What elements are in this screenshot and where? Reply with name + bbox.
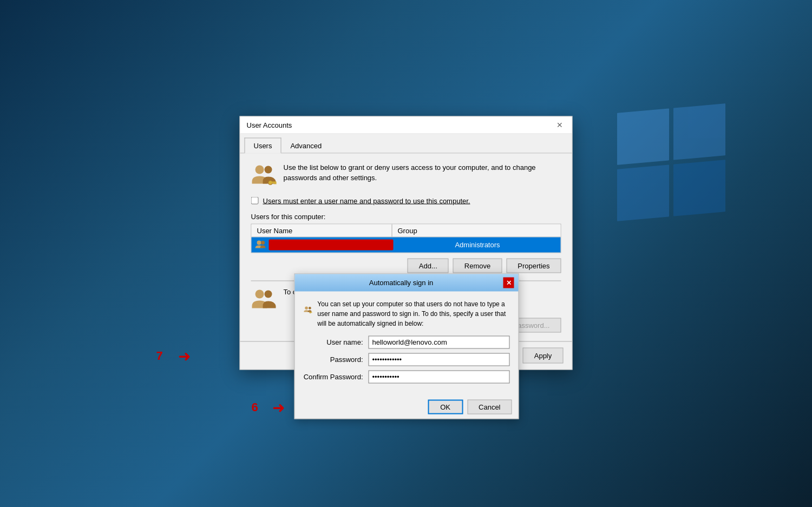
username-input[interactable] (369, 335, 510, 348)
users-section-title: Users for this computer: (251, 212, 561, 220)
user-row-icon (255, 239, 266, 250)
svg-point-11 (309, 306, 311, 309)
header-username: User Name (252, 224, 392, 236)
sub-ok-button[interactable]: OK (428, 399, 463, 414)
sub-dialog-titlebar: Automatically sign in ✕ (295, 274, 519, 291)
sub-cancel-button[interactable]: Cancel (467, 399, 512, 414)
svg-point-1 (265, 166, 272, 173)
sub-intro: You can set up your computer so that use… (304, 299, 510, 328)
checkbox-label[interactable]: Users must enter a user name and passwor… (263, 196, 470, 205)
arrow-6: ➜ (272, 398, 285, 416)
users-icon (251, 162, 277, 188)
confirm-password-input[interactable] (369, 370, 510, 383)
password-label: Password: (304, 355, 369, 364)
password-icon (251, 286, 277, 312)
dialog-overlay: User Accounts ✕ Users Advanced (240, 116, 573, 370)
sub-dialog-content: You can set up your computer so that use… (295, 291, 519, 395)
svg-rect-15 (311, 312, 312, 313)
table-buttons: Add... Remove Properties (251, 258, 561, 273)
remove-button[interactable]: Remove (453, 258, 502, 273)
svg-rect-5 (274, 182, 275, 184)
svg-point-0 (256, 165, 264, 174)
table-header: User Name Group (252, 224, 561, 237)
win-pane-3 (617, 164, 669, 221)
username-row: User name: (304, 335, 510, 348)
svg-point-2 (269, 180, 273, 185)
dialog-close-button[interactable]: ✕ (547, 117, 572, 133)
sub-dialog-title: Automatically sign in (299, 279, 503, 287)
password-row: Password: (304, 353, 510, 366)
svg-point-8 (256, 289, 264, 298)
tab-users[interactable]: Users (245, 137, 281, 153)
username-redacted (269, 239, 394, 250)
win-pane-4 (673, 160, 725, 216)
dialog-titlebar: User Accounts ✕ (240, 116, 572, 134)
table-row[interactable]: Administrators (252, 237, 561, 252)
user-accounts-dialog: User Accounts ✕ Users Advanced (240, 116, 573, 370)
tabs-container: Users Advanced (240, 134, 572, 153)
add-button[interactable]: Add... (408, 258, 449, 273)
arrow-7: ➜ (178, 347, 191, 365)
users-table: User Name Group Administrators (251, 223, 561, 253)
desktop: User Accounts ✕ Users Advanced (0, 0, 812, 507)
password-input[interactable] (369, 353, 510, 366)
intro-section: Use the list below to grant or deny user… (251, 162, 561, 188)
sub-intro-text: You can set up your computer so that use… (317, 299, 509, 328)
confirm-password-row: Confirm Password: (304, 370, 510, 383)
svg-point-6 (257, 240, 261, 245)
properties-button[interactable]: Properties (506, 258, 561, 273)
dialog-title: User Accounts (247, 121, 292, 129)
header-group: Group (392, 224, 561, 236)
username-label: User name: (304, 338, 369, 346)
svg-point-10 (305, 306, 308, 310)
checkbox-row: Users must enter a user name and passwor… (251, 196, 561, 205)
win-pane-2 (673, 103, 725, 160)
sub-dialog-icon (304, 299, 312, 320)
win-logo-decoration (617, 103, 725, 221)
step-6-label: 6 (252, 400, 258, 414)
confirm-password-label: Confirm Password: (304, 373, 369, 381)
svg-rect-4 (276, 182, 277, 184)
svg-point-9 (265, 290, 272, 298)
sub-dialog-footer: 6 ➜ OK Cancel (295, 395, 519, 418)
auto-signin-dialog: Automatically sign in ✕ (294, 273, 519, 419)
svg-point-12 (310, 311, 311, 313)
svg-point-7 (261, 241, 265, 245)
sub-dialog-close-button[interactable]: ✕ (503, 277, 514, 288)
require-login-checkbox[interactable] (251, 197, 259, 205)
apply-button[interactable]: Apply (523, 347, 564, 363)
tab-advanced[interactable]: Advanced (281, 137, 331, 153)
intro-text: Use the list below to grant or deny user… (284, 162, 561, 183)
step-7-label: 7 (156, 348, 163, 363)
user-group: Administrators (394, 241, 558, 249)
win-pane-1 (617, 108, 669, 164)
